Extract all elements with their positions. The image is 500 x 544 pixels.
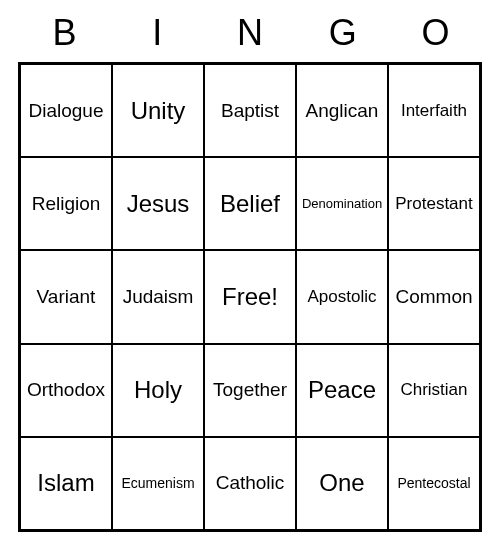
bingo-cell-1-0[interactable]: Religion: [20, 157, 112, 250]
header-letter-g: G: [296, 12, 389, 54]
bingo-cell-4-0[interactable]: Islam: [20, 437, 112, 530]
bingo-cell-4-2[interactable]: Catholic: [204, 437, 296, 530]
bingo-cell-2-2[interactable]: Free!: [204, 250, 296, 343]
bingo-cell-4-1[interactable]: Ecumenism: [112, 437, 204, 530]
bingo-cell-1-1[interactable]: Jesus: [112, 157, 204, 250]
bingo-cell-3-4[interactable]: Christian: [388, 344, 480, 437]
bingo-grid: DialogueUnityBaptistAnglicanInterfaithRe…: [18, 62, 482, 532]
header-letter-n: N: [204, 12, 297, 54]
bingo-cell-0-4[interactable]: Interfaith: [388, 64, 480, 157]
bingo-cell-1-2[interactable]: Belief: [204, 157, 296, 250]
bingo-header: B I N G O: [18, 12, 482, 54]
header-letter-i: I: [111, 12, 204, 54]
bingo-cell-3-2[interactable]: Together: [204, 344, 296, 437]
bingo-cell-1-3[interactable]: Denomination: [296, 157, 388, 250]
bingo-cell-3-1[interactable]: Holy: [112, 344, 204, 437]
bingo-cell-0-3[interactable]: Anglican: [296, 64, 388, 157]
bingo-cell-1-4[interactable]: Protestant: [388, 157, 480, 250]
bingo-cell-3-3[interactable]: Peace: [296, 344, 388, 437]
bingo-cell-0-1[interactable]: Unity: [112, 64, 204, 157]
bingo-cell-3-0[interactable]: Orthodox: [20, 344, 112, 437]
bingo-cell-2-4[interactable]: Common: [388, 250, 480, 343]
header-letter-o: O: [389, 12, 482, 54]
bingo-cell-4-4[interactable]: Pentecostal: [388, 437, 480, 530]
bingo-cell-0-0[interactable]: Dialogue: [20, 64, 112, 157]
header-letter-b: B: [18, 12, 111, 54]
bingo-cell-2-3[interactable]: Apostolic: [296, 250, 388, 343]
bingo-cell-4-3[interactable]: One: [296, 437, 388, 530]
bingo-cell-2-0[interactable]: Variant: [20, 250, 112, 343]
bingo-cell-0-2[interactable]: Baptist: [204, 64, 296, 157]
bingo-cell-2-1[interactable]: Judaism: [112, 250, 204, 343]
